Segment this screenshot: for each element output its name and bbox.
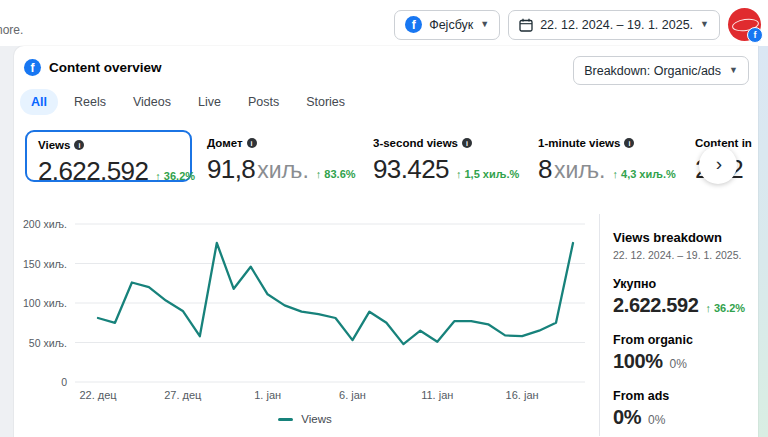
metric-unit: хиљ.	[257, 157, 309, 183]
metric-card-reach[interactable]: Домет i 91,8хиљ. ↑ 83.6%	[207, 137, 356, 185]
svg-text:27. дец: 27. дец	[164, 389, 202, 401]
facebook-badge-icon: f	[747, 27, 763, 43]
breakdown-row-label: From organic	[613, 333, 755, 347]
metric-value: 93.425	[373, 154, 449, 185]
tab-stories[interactable]: Stories	[295, 89, 356, 115]
metric-change: ↑ 4,3 хиљ.%	[612, 168, 675, 180]
metric-value: 8	[538, 154, 552, 184]
facebook-icon: f	[405, 16, 422, 33]
svg-text:200 хиљ.: 200 хиљ.	[23, 218, 67, 230]
tab-all[interactable]: All	[20, 89, 58, 115]
svg-text:0: 0	[61, 376, 67, 388]
svg-text:50 хиљ.: 50 хиљ.	[29, 337, 67, 349]
chart-legend: Views	[20, 413, 590, 425]
facebook-icon: f	[24, 59, 41, 76]
info-icon[interactable]: i	[74, 140, 84, 150]
content-overview-panel: f Content overview Breakdown: Organic/ad…	[14, 46, 758, 437]
svg-text:150 хиљ.: 150 хиљ.	[23, 258, 67, 270]
metric-change: ↑ 36.2%	[155, 170, 195, 182]
page-selector-dropdown[interactable]: f Фејсбук ▼	[394, 10, 500, 40]
metrics-next-button[interactable]: ›	[699, 146, 737, 184]
info-icon[interactable]: i	[624, 138, 634, 148]
page-title: Content overview	[49, 60, 162, 75]
metric-label: Views	[38, 139, 70, 151]
date-range-label: 22. 12. 2024. – 19. 1. 2025.	[540, 18, 693, 32]
breakdown-label: Breakdown: Organic/ads	[584, 64, 721, 78]
metric-value: 91,8	[207, 154, 255, 184]
chevron-down-icon: ▼	[700, 20, 709, 29]
sidebar-date-range: 22. 12. 2024. – 19. 1. 2025.	[613, 249, 755, 261]
tab-reels[interactable]: Reels	[63, 89, 117, 115]
metric-unit: хиљ.	[554, 157, 606, 183]
views-series-swatch	[278, 418, 293, 421]
metric-change: ↑ 83.6%	[316, 168, 356, 180]
svg-text:6. јан: 6. јан	[339, 389, 366, 401]
tab-posts[interactable]: Posts	[237, 89, 290, 115]
svg-text:16. јан: 16. јан	[506, 389, 539, 401]
content-type-tabs: All Reels Videos Live Posts Stories	[20, 89, 356, 115]
sidebar-title: Views breakdown	[613, 230, 755, 245]
chevron-right-icon: ›	[716, 153, 722, 175]
breakdown-row-value: 100% 0%	[613, 350, 755, 373]
calendar-icon	[519, 18, 533, 32]
truncated-left-text: nore.	[0, 23, 23, 37]
chevron-down-icon: ▼	[480, 20, 489, 29]
breakdown-row-value: 0% 0%	[613, 406, 755, 429]
breakdown-dropdown[interactable]: Breakdown: Organic/ads ▼	[573, 56, 749, 85]
breakdown-row-value: 2.622.592 ↑ 36.2%	[613, 294, 755, 317]
panel-header: f Content overview	[24, 59, 162, 76]
svg-text:100 хиљ.: 100 хиљ.	[23, 297, 67, 309]
metric-card-3-second-views[interactable]: 3-second views i 93.425 ↑ 1,5 хиљ.%	[373, 137, 519, 185]
views-line-chart: 200 хиљ.150 хиљ.100 хиљ.50 хиљ.022. дец2…	[20, 212, 590, 404]
metric-value: 2.622.592	[38, 156, 148, 187]
info-icon[interactable]: i	[462, 138, 472, 148]
metric-label: 3-second views	[373, 137, 458, 149]
svg-text:1. јан: 1. јан	[254, 389, 281, 401]
top-bar: nore. f Фејсбук ▼ 22. 12. 2024. – 19. 1.…	[0, 0, 768, 46]
views-breakdown-sidebar: Views breakdown 22. 12. 2024. – 19. 1. 2…	[613, 230, 755, 429]
tab-videos[interactable]: Videos	[122, 89, 182, 115]
profile-avatar[interactable]: f	[728, 8, 761, 41]
metric-label: Домет	[207, 137, 243, 149]
breakdown-row-label: From ads	[613, 389, 755, 403]
svg-text:11. јан: 11. јан	[421, 389, 453, 401]
breakdown-row-label: Укупно	[613, 277, 755, 291]
metric-card-1-minute-views[interactable]: 1-minute views i 8хиљ. ↑ 4,3 хиљ.%	[538, 137, 676, 185]
chevron-down-icon: ▼	[729, 66, 738, 75]
tab-live[interactable]: Live	[187, 89, 232, 115]
vertical-divider	[599, 214, 600, 436]
legend-label: Views	[301, 413, 331, 425]
info-icon[interactable]: i	[247, 138, 257, 148]
metric-change: ↑ 1,5 хиљ.%	[456, 168, 519, 180]
metric-label: 1-minute views	[538, 137, 620, 149]
page-selector-label: Фејсбук	[429, 18, 473, 32]
date-range-picker[interactable]: 22. 12. 2024. – 19. 1. 2025. ▼	[508, 10, 720, 40]
top-controls: f Фејсбук ▼ 22. 12. 2024. – 19. 1. 2025.…	[394, 8, 761, 41]
views-chart: 200 хиљ.150 хиљ.100 хиљ.50 хиљ.022. дец2…	[20, 212, 590, 425]
metric-card-views[interactable]: Views i 2.622.592 ↑ 36.2%	[25, 130, 192, 182]
right-edge-panel	[758, 46, 768, 437]
svg-text:22. дец: 22. дец	[79, 389, 117, 401]
